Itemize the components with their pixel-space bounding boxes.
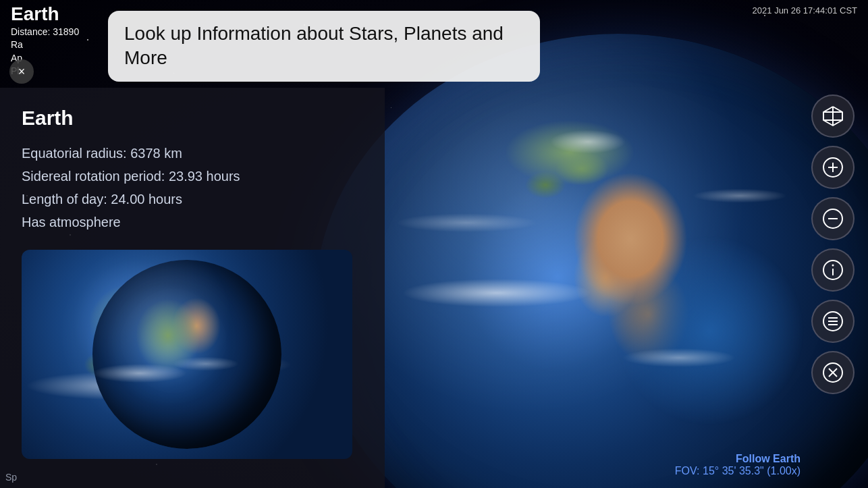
info-panel-title: Earth bbox=[22, 107, 363, 130]
menu-button[interactable] bbox=[811, 300, 855, 343]
right-toolbar bbox=[811, 94, 855, 394]
sidereal-rotation: Sidereal rotation period: 23.93 hours bbox=[22, 165, 363, 188]
ra-label: Ra bbox=[11, 38, 79, 52]
menu-icon bbox=[821, 309, 845, 333]
has-atmosphere: Has atmosphere bbox=[22, 211, 363, 234]
info-panel-details: Equatorial radius: 6378 km Sidereal rota… bbox=[22, 142, 363, 234]
follow-earth-label: Follow Earth bbox=[675, 453, 801, 465]
bottom-right-info: Follow Earth FOV: 15° 35' 35.3" (1.00x) bbox=[675, 453, 801, 477]
x-icon bbox=[821, 360, 845, 385]
info-button[interactable] bbox=[811, 248, 855, 292]
close-button[interactable] bbox=[811, 351, 855, 394]
cube-view-button[interactable] bbox=[811, 94, 855, 138]
info-bubble-text: Look up Information about Stars, Planets… bbox=[124, 22, 524, 71]
zoom-in-button[interactable] bbox=[811, 146, 855, 189]
timestamp: 2021 Jun 26 17:44:01 CST bbox=[753, 3, 857, 16]
info-panel: Earth Equatorial radius: 6378 km Siderea… bbox=[0, 88, 385, 488]
equatorial-radius: Equatorial radius: 6378 km bbox=[22, 142, 363, 165]
fov-label: FOV: 15° 35' 35.3" (1.00x) bbox=[675, 465, 801, 477]
zoom-out-button[interactable] bbox=[811, 197, 855, 240]
svg-point-10 bbox=[832, 265, 834, 267]
distance-label: Distance: 31890 bbox=[11, 26, 79, 39]
minus-icon bbox=[821, 207, 845, 231]
close-panel-button[interactable]: × bbox=[9, 59, 34, 84]
cube-icon bbox=[821, 104, 845, 128]
plus-icon bbox=[821, 155, 845, 180]
length-of-day: Length of day: 24.00 hours bbox=[22, 188, 363, 211]
bottom-left-partial: Sp bbox=[5, 472, 17, 483]
earth-title-top: Earth bbox=[11, 3, 79, 26]
mini-earth-thumbnail bbox=[22, 250, 352, 459]
mini-earth-globe bbox=[92, 260, 281, 449]
info-icon bbox=[821, 258, 845, 282]
info-bubble: Look up Information about Stars, Planets… bbox=[108, 11, 540, 82]
